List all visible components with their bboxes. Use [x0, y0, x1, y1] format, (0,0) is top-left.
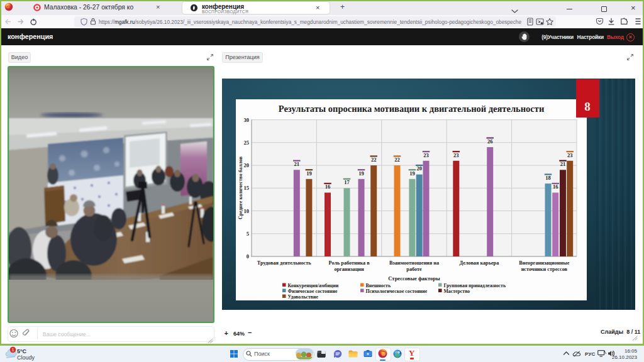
svg-text:19: 19 [409, 170, 415, 177]
svg-text:19: 19 [306, 170, 312, 177]
svg-text:Конкуренция/амбиции: Конкуренция/амбиции [288, 283, 339, 288]
svg-text:20: 20 [416, 165, 422, 172]
svg-text:Среднее количество баллов: Среднее количество баллов [238, 156, 243, 219]
svg-text:Внеорганизационные: Внеорганизационные [519, 260, 569, 266]
svg-text:1: 1 [12, 348, 14, 352]
svg-text:21: 21 [560, 161, 566, 167]
svg-text:16: 16 [553, 184, 558, 190]
svg-text:Деловая карьера: Деловая карьера [460, 260, 499, 266]
svg-text:работе: работе [406, 266, 422, 272]
svg-text:23: 23 [567, 152, 573, 158]
svg-text:20: 20 [244, 162, 250, 168]
svg-text:21: 21 [294, 161, 300, 167]
svg-text:Стрессовые факторы: Стрессовые факторы [388, 275, 440, 282]
svg-text:Взаимоотношения на: Взаимоотношения на [389, 260, 439, 266]
svg-text:30: 30 [244, 117, 250, 123]
svg-text:Внешность: Внешность [366, 283, 391, 288]
svg-text:10: 10 [244, 208, 250, 214]
svg-text:22: 22 [394, 156, 400, 163]
svg-text:Роль работника в: Роль работника в [329, 260, 370, 266]
svg-text:22: 22 [371, 156, 377, 163]
svg-text:Трудовая деятельность: Трудовая деятельность [257, 260, 311, 266]
svg-text:8: 8 [584, 100, 591, 113]
svg-text:0: 0 [247, 253, 249, 260]
svg-text:26: 26 [487, 138, 493, 145]
svg-text:Психологическое состояние: Психологическое состояние [366, 288, 428, 294]
svg-text:Мастерство: Мастерство [444, 288, 470, 294]
svg-text:5: 5 [247, 231, 249, 237]
svg-text:18: 18 [545, 175, 551, 181]
svg-text:Результаты опросника мотивации: Результаты опросника мотивации к двигате… [279, 104, 544, 114]
svg-text:23: 23 [453, 152, 459, 158]
svg-text:Групповая принадлежность: Групповая принадлежность [444, 283, 506, 288]
svg-text:15: 15 [244, 185, 250, 191]
svg-text:25: 25 [244, 140, 250, 146]
svg-text:17: 17 [344, 179, 350, 185]
svg-text:Удовольствие: Удовольствие [288, 294, 319, 300]
svg-text:источники стрессов: источники стрессов [521, 266, 568, 272]
svg-text:Физическое состояние: Физическое состояние [288, 288, 338, 294]
svg-text:организации: организации [334, 266, 364, 272]
svg-text:19: 19 [358, 170, 364, 177]
svg-text:23: 23 [423, 152, 429, 158]
svg-text:16: 16 [325, 184, 331, 190]
